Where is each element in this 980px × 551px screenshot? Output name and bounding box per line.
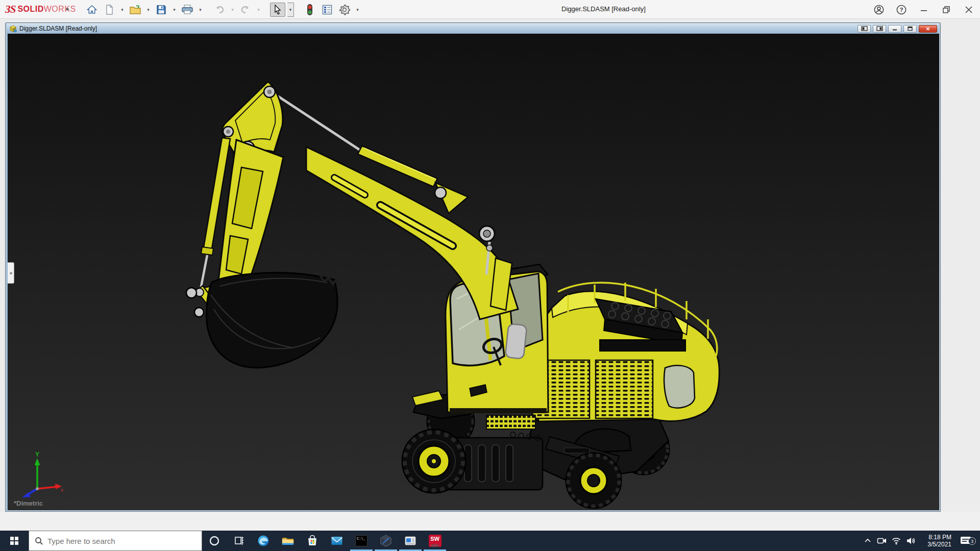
- app-close-button[interactable]: [963, 4, 975, 16]
- doc-close-button[interactable]: ✕: [919, 25, 937, 33]
- select-tool-dropdown[interactable]: ▾: [287, 3, 294, 17]
- reference-triad: Y x: [16, 451, 65, 498]
- taskbar-mail[interactable]: [325, 531, 349, 551]
- save-dropdown[interactable]: ▾: [171, 3, 178, 17]
- save-icon: [156, 4, 167, 15]
- wheel-front-left[interactable]: [402, 430, 465, 493]
- help-button[interactable]: ?: [895, 4, 908, 16]
- logo-expand-chevron-icon[interactable]: ▸: [66, 5, 69, 12]
- main-toolbar: ▾ ▾ ▾ ▾: [84, 2, 361, 17]
- graphics-viewport[interactable]: Y x *Dimetric: [8, 34, 939, 510]
- solidworks-icon: SW 2021: [429, 535, 442, 547]
- taskbar-file-explorer[interactable]: [276, 531, 300, 551]
- taskbar-edge[interactable]: [251, 531, 276, 551]
- system-tray: 8:18 PM 3/5/2021 3: [861, 531, 980, 551]
- account-button[interactable]: [873, 4, 885, 16]
- print-icon: [181, 4, 193, 15]
- open-button[interactable]: [128, 3, 143, 17]
- cursor-arrow-icon: [273, 4, 283, 15]
- taskbar-hexagon-app[interactable]: [374, 531, 398, 551]
- help-icon: ?: [896, 4, 907, 15]
- taskbar-microsoft-store[interactable]: [300, 531, 325, 551]
- doc-restore-button[interactable]: [903, 25, 917, 33]
- pane-right-icon: [876, 26, 883, 31]
- mail-icon: [330, 534, 344, 547]
- status-bar: [0, 512, 980, 531]
- meet-now-camera-icon: [877, 536, 887, 545]
- file-properties-icon: [322, 4, 333, 15]
- redo-dropdown[interactable]: ▾: [255, 3, 262, 17]
- excavator-model[interactable]: [8, 34, 939, 510]
- minimize-icon: [920, 6, 927, 13]
- taskbar-cortana[interactable]: [202, 531, 227, 551]
- splitter-dot-icon: [10, 272, 12, 274]
- close-icon: [965, 6, 973, 14]
- pane-left-icon: [861, 26, 868, 31]
- home-button[interactable]: [84, 3, 100, 17]
- file-explorer-icon: [281, 534, 295, 547]
- body-window: [664, 365, 695, 408]
- doc-close-icon: ✕: [926, 26, 930, 32]
- file-properties-button[interactable]: [320, 3, 335, 17]
- options-dropdown[interactable]: ▾: [354, 3, 361, 17]
- app-window-controls: ?: [873, 0, 975, 19]
- wheel-rear-left[interactable]: [566, 453, 621, 508]
- start-button[interactable]: [0, 531, 29, 551]
- app-window-title: Digger.SLDASM [Read-only]: [561, 5, 646, 13]
- taskbar-search[interactable]: [29, 531, 202, 551]
- undo-button[interactable]: [212, 3, 227, 17]
- undo-dropdown[interactable]: ▾: [229, 3, 236, 17]
- tray-time: 8:18 PM: [918, 534, 951, 541]
- tray-show-hidden[interactable]: [861, 536, 875, 545]
- tray-clock[interactable]: 8:18 PM 3/5/2021: [918, 534, 954, 548]
- taskbar-command-prompt[interactable]: C:\_: [349, 531, 374, 551]
- doc-restore-icon: [907, 26, 913, 31]
- view-orientation-label: *Dimetric: [14, 499, 43, 507]
- assembly-icon: [9, 25, 17, 33]
- seat: [505, 323, 527, 359]
- search-input[interactable]: [47, 537, 185, 545]
- taskbar-task-view[interactable]: [227, 531, 251, 551]
- redo-button[interactable]: [238, 3, 253, 17]
- command-prompt-icon: C:\_: [355, 535, 368, 546]
- tray-action-center[interactable]: 3: [954, 536, 977, 546]
- document-title-bar[interactable]: Digger.SLDASM [Read-only]: [7, 23, 939, 34]
- notification-badge: 3: [968, 537, 976, 545]
- tray-meet-now[interactable]: [875, 536, 889, 545]
- featuremanager-splitter-tab[interactable]: [8, 262, 14, 284]
- svg-text:?: ?: [900, 7, 903, 13]
- app-minimize-button[interactable]: [918, 4, 930, 16]
- doc-minimize-button[interactable]: [888, 25, 901, 33]
- new-document-button[interactable]: [102, 3, 117, 17]
- chevron-up-icon: [863, 536, 872, 545]
- hexagon-app-icon: [379, 534, 393, 547]
- triad-y-label: Y: [35, 451, 39, 458]
- edge-icon: [257, 534, 270, 547]
- tray-network[interactable]: [889, 536, 903, 545]
- options-button[interactable]: [337, 3, 352, 17]
- taskbar-desktop-app[interactable]: [398, 531, 423, 551]
- doc-minimize-icon: [892, 26, 898, 31]
- open-dropdown[interactable]: ▾: [145, 3, 152, 17]
- feature-pane-left-button[interactable]: [857, 25, 871, 33]
- save-button[interactable]: [154, 3, 169, 17]
- rebuild-button[interactable]: [302, 3, 317, 17]
- gear-icon: [339, 4, 350, 15]
- traffic-light-icon: [306, 4, 313, 16]
- select-tool-button[interactable]: [270, 3, 285, 17]
- new-document-dropdown[interactable]: ▾: [119, 3, 126, 17]
- feature-pane-right-button[interactable]: [873, 25, 886, 33]
- windows-logo-icon: [10, 537, 18, 545]
- redo-icon: [239, 4, 252, 15]
- document-window-controls: ✕: [857, 25, 939, 33]
- print-dropdown[interactable]: ▾: [197, 3, 204, 17]
- print-button[interactable]: [180, 3, 195, 17]
- undo-icon: [213, 4, 226, 15]
- bucket[interactable]: [186, 273, 341, 368]
- app-restore-button[interactable]: [940, 4, 952, 16]
- tray-volume[interactable]: [903, 536, 918, 545]
- restore-icon: [942, 6, 950, 14]
- speaker-icon: [905, 536, 916, 545]
- taskbar-solidworks[interactable]: SW 2021: [423, 531, 447, 551]
- home-icon: [86, 4, 97, 15]
